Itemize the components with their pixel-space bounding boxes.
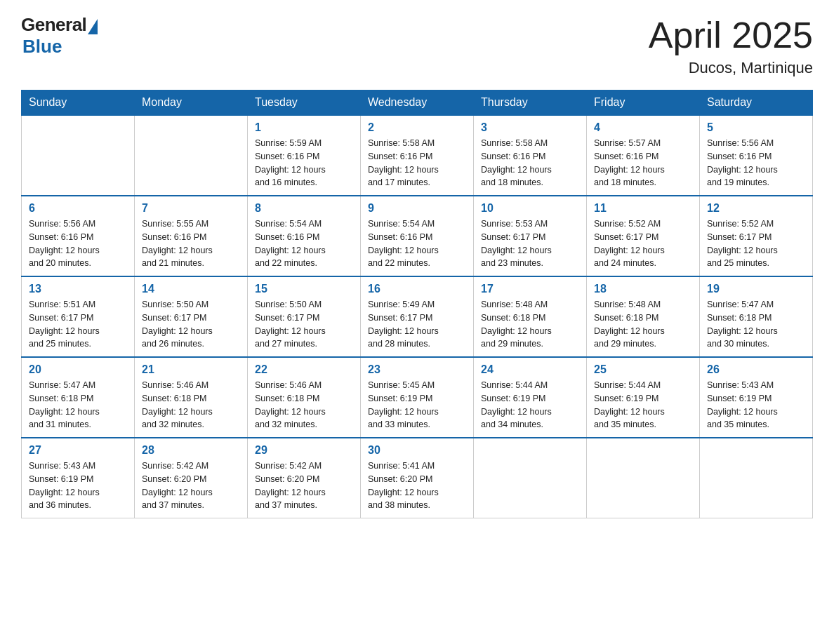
logo: General Blue — [21, 14, 98, 58]
day-number: 8 — [255, 202, 353, 215]
day-info: Sunrise: 5:47 AM Sunset: 6:18 PM Dayligh… — [29, 380, 100, 429]
calendar-day-cell: 4Sunrise: 5:57 AM Sunset: 6:16 PM Daylig… — [587, 115, 700, 196]
day-info: Sunrise: 5:41 AM Sunset: 6:20 PM Dayligh… — [368, 461, 439, 510]
day-info: Sunrise: 5:42 AM Sunset: 6:20 PM Dayligh… — [255, 461, 326, 510]
logo-general-text: General — [21, 14, 86, 36]
day-info: Sunrise: 5:44 AM Sunset: 6:19 PM Dayligh… — [481, 380, 552, 429]
day-info: Sunrise: 5:49 AM Sunset: 6:17 PM Dayligh… — [368, 300, 439, 349]
calendar-day-cell: 3Sunrise: 5:58 AM Sunset: 6:16 PM Daylig… — [474, 115, 587, 196]
calendar-table: SundayMondayTuesdayWednesdayThursdayFrid… — [21, 90, 813, 518]
day-number: 3 — [481, 121, 579, 134]
day-number: 17 — [481, 283, 579, 295]
day-number: 26 — [707, 363, 805, 376]
day-info: Sunrise: 5:56 AM Sunset: 6:16 PM Dayligh… — [29, 219, 100, 268]
day-info: Sunrise: 5:52 AM Sunset: 6:17 PM Dayligh… — [707, 219, 778, 268]
calendar-day-cell: 20Sunrise: 5:47 AM Sunset: 6:18 PM Dayli… — [22, 357, 135, 438]
calendar-day-cell — [700, 438, 813, 518]
weekday-header-cell: Sunday — [22, 90, 135, 116]
calendar-day-cell: 10Sunrise: 5:53 AM Sunset: 6:17 PM Dayli… — [474, 196, 587, 276]
calendar-week-row: 13Sunrise: 5:51 AM Sunset: 6:17 PM Dayli… — [22, 276, 813, 357]
weekday-header-cell: Friday — [587, 90, 700, 116]
day-info: Sunrise: 5:52 AM Sunset: 6:17 PM Dayligh… — [594, 219, 665, 268]
calendar-day-cell: 25Sunrise: 5:44 AM Sunset: 6:19 PM Dayli… — [587, 357, 700, 438]
day-number: 21 — [142, 363, 240, 376]
header: General Blue April 2025 Ducos, Martiniqu… — [21, 14, 813, 77]
weekday-header-cell: Tuesday — [248, 90, 361, 116]
day-number: 12 — [707, 202, 805, 215]
day-info: Sunrise: 5:48 AM Sunset: 6:18 PM Dayligh… — [594, 300, 665, 349]
day-number: 27 — [29, 444, 127, 457]
day-number: 22 — [255, 363, 353, 376]
day-info: Sunrise: 5:45 AM Sunset: 6:19 PM Dayligh… — [368, 380, 439, 429]
day-number: 6 — [29, 202, 127, 215]
logo-blue-text: Blue — [22, 36, 62, 58]
day-info: Sunrise: 5:51 AM Sunset: 6:17 PM Dayligh… — [29, 300, 100, 349]
calendar-day-cell: 23Sunrise: 5:45 AM Sunset: 6:19 PM Dayli… — [361, 357, 474, 438]
logo-triangle-icon — [88, 19, 98, 34]
day-info: Sunrise: 5:44 AM Sunset: 6:19 PM Dayligh… — [594, 380, 665, 429]
weekday-header-cell: Monday — [135, 90, 248, 116]
day-info: Sunrise: 5:56 AM Sunset: 6:16 PM Dayligh… — [707, 138, 778, 187]
calendar-day-cell — [587, 438, 700, 518]
calendar-day-cell: 12Sunrise: 5:52 AM Sunset: 6:17 PM Dayli… — [700, 196, 813, 276]
day-number: 18 — [594, 283, 692, 295]
day-info: Sunrise: 5:43 AM Sunset: 6:19 PM Dayligh… — [707, 380, 778, 429]
day-info: Sunrise: 5:54 AM Sunset: 6:16 PM Dayligh… — [255, 219, 326, 268]
day-number: 23 — [368, 363, 466, 376]
day-number: 15 — [255, 283, 353, 295]
day-info: Sunrise: 5:48 AM Sunset: 6:18 PM Dayligh… — [481, 300, 552, 349]
calendar-day-cell: 18Sunrise: 5:48 AM Sunset: 6:18 PM Dayli… — [587, 276, 700, 357]
calendar-day-cell: 13Sunrise: 5:51 AM Sunset: 6:17 PM Dayli… — [22, 276, 135, 357]
day-info: Sunrise: 5:55 AM Sunset: 6:16 PM Dayligh… — [142, 219, 213, 268]
weekday-header-row: SundayMondayTuesdayWednesdayThursdayFrid… — [22, 90, 813, 116]
day-number: 5 — [707, 121, 805, 134]
calendar-day-cell: 27Sunrise: 5:43 AM Sunset: 6:19 PM Dayli… — [22, 438, 135, 518]
day-info: Sunrise: 5:46 AM Sunset: 6:18 PM Dayligh… — [255, 380, 326, 429]
calendar-day-cell: 16Sunrise: 5:49 AM Sunset: 6:17 PM Dayli… — [361, 276, 474, 357]
day-number: 9 — [368, 202, 466, 215]
day-number: 10 — [481, 202, 579, 215]
day-number: 28 — [142, 444, 240, 457]
day-info: Sunrise: 5:58 AM Sunset: 6:16 PM Dayligh… — [368, 138, 439, 187]
calendar-day-cell: 24Sunrise: 5:44 AM Sunset: 6:19 PM Dayli… — [474, 357, 587, 438]
calendar-day-cell: 7Sunrise: 5:55 AM Sunset: 6:16 PM Daylig… — [135, 196, 248, 276]
day-number: 13 — [29, 283, 127, 295]
day-info: Sunrise: 5:42 AM Sunset: 6:20 PM Dayligh… — [142, 461, 213, 510]
day-number: 19 — [707, 283, 805, 295]
month-title: April 2025 — [649, 14, 813, 56]
day-info: Sunrise: 5:57 AM Sunset: 6:16 PM Dayligh… — [594, 138, 665, 187]
day-info: Sunrise: 5:47 AM Sunset: 6:18 PM Dayligh… — [707, 300, 778, 349]
calendar-day-cell: 1Sunrise: 5:59 AM Sunset: 6:16 PM Daylig… — [248, 115, 361, 196]
day-info: Sunrise: 5:53 AM Sunset: 6:17 PM Dayligh… — [481, 219, 552, 268]
day-info: Sunrise: 5:54 AM Sunset: 6:16 PM Dayligh… — [368, 219, 439, 268]
day-number: 24 — [481, 363, 579, 376]
calendar-day-cell: 14Sunrise: 5:50 AM Sunset: 6:17 PM Dayli… — [135, 276, 248, 357]
day-number: 14 — [142, 283, 240, 295]
day-number: 11 — [594, 202, 692, 215]
day-info: Sunrise: 5:58 AM Sunset: 6:16 PM Dayligh… — [481, 138, 552, 187]
calendar-day-cell: 29Sunrise: 5:42 AM Sunset: 6:20 PM Dayli… — [248, 438, 361, 518]
calendar-day-cell: 2Sunrise: 5:58 AM Sunset: 6:16 PM Daylig… — [361, 115, 474, 196]
title-area: April 2025 Ducos, Martinique — [649, 14, 813, 77]
calendar-day-cell: 30Sunrise: 5:41 AM Sunset: 6:20 PM Dayli… — [361, 438, 474, 518]
day-number: 30 — [368, 444, 466, 457]
weekday-header-cell: Wednesday — [361, 90, 474, 116]
calendar-day-cell: 6Sunrise: 5:56 AM Sunset: 6:16 PM Daylig… — [22, 196, 135, 276]
calendar-week-row: 20Sunrise: 5:47 AM Sunset: 6:18 PM Dayli… — [22, 357, 813, 438]
calendar-week-row: 1Sunrise: 5:59 AM Sunset: 6:16 PM Daylig… — [22, 115, 813, 196]
calendar-day-cell — [22, 115, 135, 196]
day-info: Sunrise: 5:50 AM Sunset: 6:17 PM Dayligh… — [255, 300, 326, 349]
calendar-day-cell: 8Sunrise: 5:54 AM Sunset: 6:16 PM Daylig… — [248, 196, 361, 276]
calendar-day-cell: 9Sunrise: 5:54 AM Sunset: 6:16 PM Daylig… — [361, 196, 474, 276]
calendar-week-row: 27Sunrise: 5:43 AM Sunset: 6:19 PM Dayli… — [22, 438, 813, 518]
day-info: Sunrise: 5:46 AM Sunset: 6:18 PM Dayligh… — [142, 380, 213, 429]
day-number: 1 — [255, 121, 353, 134]
calendar-day-cell: 5Sunrise: 5:56 AM Sunset: 6:16 PM Daylig… — [700, 115, 813, 196]
day-number: 2 — [368, 121, 466, 134]
day-info: Sunrise: 5:43 AM Sunset: 6:19 PM Dayligh… — [29, 461, 100, 510]
day-number: 29 — [255, 444, 353, 457]
calendar-day-cell: 28Sunrise: 5:42 AM Sunset: 6:20 PM Dayli… — [135, 438, 248, 518]
calendar-day-cell: 11Sunrise: 5:52 AM Sunset: 6:17 PM Dayli… — [587, 196, 700, 276]
day-number: 20 — [29, 363, 127, 376]
day-number: 25 — [594, 363, 692, 376]
